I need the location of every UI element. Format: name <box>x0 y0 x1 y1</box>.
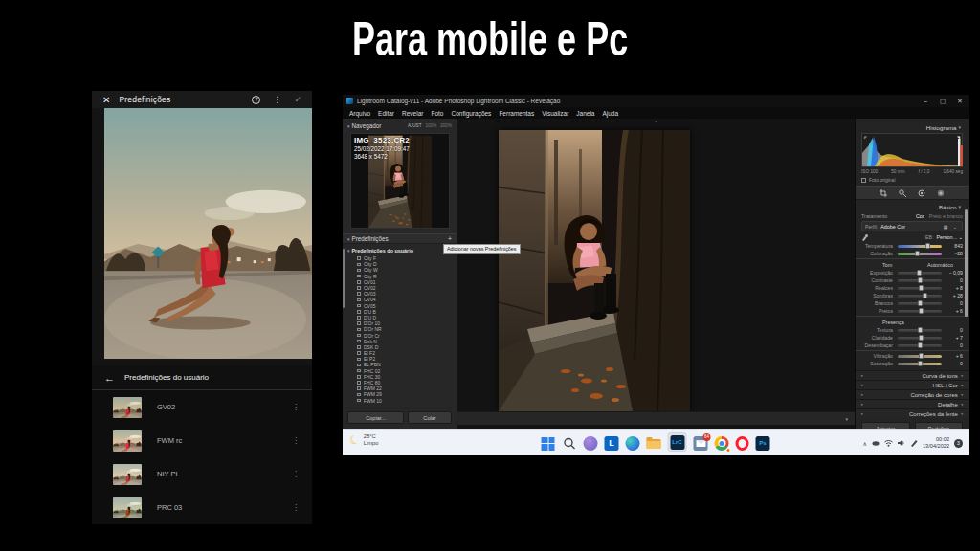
panel-header[interactable]: ▸ HSL / Cor ◂ <box>856 380 969 389</box>
slider-handle[interactable] <box>923 293 927 298</box>
panel-header[interactable]: ▸ Curva de tons ◂ <box>856 370 969 380</box>
navigator-preview[interactable]: IMG_3523.CR2 25/02/2022 17:09:47 3648 x … <box>350 133 450 229</box>
slider-track[interactable] <box>898 279 942 282</box>
toolbar-dropdown-icon[interactable]: ▾ <box>845 416 848 422</box>
close-button[interactable]: ✕ <box>951 95 969 107</box>
basic-panel-header[interactable]: Básico ▾ <box>861 202 963 211</box>
menu-item[interactable]: Visualizar <box>538 110 572 117</box>
copy-button[interactable]: Copiar... <box>347 411 404 424</box>
crop-tool-icon[interactable] <box>880 189 887 197</box>
zoom-200-option[interactable]: 200% <box>440 123 452 128</box>
panel-header[interactable]: ▸ Correção de cores ◂ <box>856 389 969 399</box>
slider-handle[interactable] <box>919 308 924 314</box>
panel-toggle-icon[interactable]: ▸ <box>861 373 863 378</box>
slider-handle[interactable] <box>918 327 923 333</box>
maximize-button[interactable]: ▢ <box>934 95 951 107</box>
kebab-menu-icon[interactable]: ⋮ <box>292 503 300 512</box>
slider-track[interactable] <box>898 344 942 347</box>
panel-toggle-icon[interactable]: ▸ <box>861 392 863 397</box>
scrollbar[interactable] <box>343 249 345 308</box>
confirm-check-icon[interactable]: ✓ <box>294 95 301 104</box>
slider-track[interactable] <box>898 363 942 365</box>
zoom-fit-option[interactable]: AJUST <box>408 123 422 128</box>
histogram[interactable]: ◤ ◥ <box>861 133 963 167</box>
slider-track[interactable] <box>898 302 942 305</box>
slider-track[interactable] <box>898 337 942 340</box>
redeye-tool-icon[interactable] <box>918 189 925 197</box>
panel-toggle-icon[interactable]: ▸ <box>861 383 863 387</box>
slider-track[interactable] <box>898 295 942 298</box>
opera-browser-icon[interactable] <box>736 436 749 451</box>
profile-browser-icon[interactable]: ▦ ⌄ <box>944 224 959 230</box>
healing-tool-icon[interactable] <box>899 189 906 197</box>
slider-handle[interactable] <box>917 270 922 276</box>
clock-widget[interactable]: 00:02 13/04/2022 <box>923 436 949 451</box>
masking-tool-icon[interactable] <box>937 189 945 197</box>
menu-item[interactable]: Foto <box>427 110 447 117</box>
panel-toggle-icon[interactable]: ▸ <box>861 402 863 407</box>
kebab-menu-icon[interactable]: ⋮ <box>273 95 281 104</box>
slider-handle[interactable] <box>919 335 924 341</box>
panel-header[interactable]: ▸ Correções da lente ◂ <box>856 408 969 418</box>
paste-button[interactable]: Colar <box>408 411 452 424</box>
hidden-icons-chevron[interactable]: ∧ <box>863 440 867 447</box>
slider-handle[interactable] <box>919 285 924 291</box>
menu-item[interactable]: Ajuda <box>598 110 622 117</box>
back-arrow-icon[interactable]: ← <box>104 372 115 384</box>
slider-handle[interactable] <box>918 300 923 306</box>
profile-selector[interactable]: Perfil: Adobe Cor ▦ ⌄ <box>861 221 963 231</box>
slider-handle[interactable] <box>918 277 923 283</box>
highlight-clipping-icon[interactable]: ◥ <box>957 136 960 140</box>
chat-app-icon[interactable] <box>584 436 598 451</box>
slider-track[interactable] <box>898 272 942 275</box>
help-icon[interactable]: ? <box>252 96 260 104</box>
slider-track[interactable] <box>898 355 942 358</box>
treatment-bw-option[interactable]: Preto e branco <box>929 213 963 219</box>
checkbox-icon[interactable] <box>861 178 866 183</box>
search-icon[interactable] <box>563 436 577 451</box>
preset-list-item[interactable]: NIY PI ⋮ <box>92 457 312 491</box>
linkedin-icon[interactable]: L <box>605 436 619 451</box>
menu-item[interactable]: Ferramentas <box>495 110 538 117</box>
menu-item[interactable]: Arquivo <box>345 110 374 117</box>
zoom-100-option[interactable]: 100% <box>426 123 437 128</box>
kebab-menu-icon[interactable]: ⋮ <box>292 403 300 411</box>
preset-list-item[interactable]: GV02 ⋮ <box>92 390 312 424</box>
onedrive-icon[interactable] <box>872 439 880 447</box>
weather-widget[interactable]: ☾ 28°C Limpo <box>349 433 379 447</box>
navigator-header[interactable]: ▾ Navegador AJUST 100% 200% <box>343 121 457 131</box>
chrome-browser-icon[interactable] <box>715 436 729 451</box>
wifi-icon[interactable] <box>884 439 893 447</box>
slider-handle[interactable] <box>915 251 920 256</box>
volume-icon[interactable] <box>898 439 905 447</box>
scrollbar[interactable] <box>965 209 968 317</box>
panel-header[interactable]: ▸ Detalhe ◂ <box>856 399 969 408</box>
minimize-button[interactable]: – <box>917 95 934 107</box>
presets-panel-header[interactable]: ▾ Predefinições + <box>343 233 457 244</box>
preset-list-item[interactable]: PRC 03 ⋮ <box>92 491 312 524</box>
collapse-top-panel-icon[interactable]: ▴ <box>457 119 855 124</box>
menu-item[interactable]: Editar <box>374 110 398 117</box>
histogram-header[interactable]: Histograma ▾ <box>861 122 963 132</box>
file-explorer-icon[interactable] <box>647 436 661 451</box>
start-button-icon[interactable] <box>542 436 556 451</box>
slider-track[interactable] <box>898 310 942 313</box>
panel-toggle-icon[interactable]: ▸ <box>861 411 863 416</box>
close-icon[interactable]: ✕ <box>102 95 110 105</box>
kebab-menu-icon[interactable]: ⋮ <box>292 436 300 445</box>
pen-icon[interactable] <box>910 439 918 447</box>
mail-app-icon[interactable]: 64 <box>694 436 708 451</box>
edge-browser-icon[interactable] <box>626 436 640 451</box>
menu-item[interactable]: Janela <box>572 110 598 117</box>
original-photo-row[interactable]: Foto original <box>861 176 963 184</box>
slider-handle[interactable] <box>925 243 930 249</box>
add-preset-button[interactable]: + <box>448 235 452 242</box>
wb-value-dropdown[interactable]: Person... ⌄ <box>936 234 963 240</box>
main-photo[interactable] <box>499 130 690 411</box>
menu-item[interactable]: Configurações <box>447 110 495 117</box>
preset-list-item[interactable]: FWM rc ⋮ <box>92 424 312 457</box>
slider-handle[interactable] <box>918 361 923 366</box>
preset-row[interactable]: FWM 10 <box>343 398 457 404</box>
kebab-menu-icon[interactable]: ⋮ <box>292 470 300 478</box>
treatment-color-option[interactable]: Cor <box>916 213 924 219</box>
